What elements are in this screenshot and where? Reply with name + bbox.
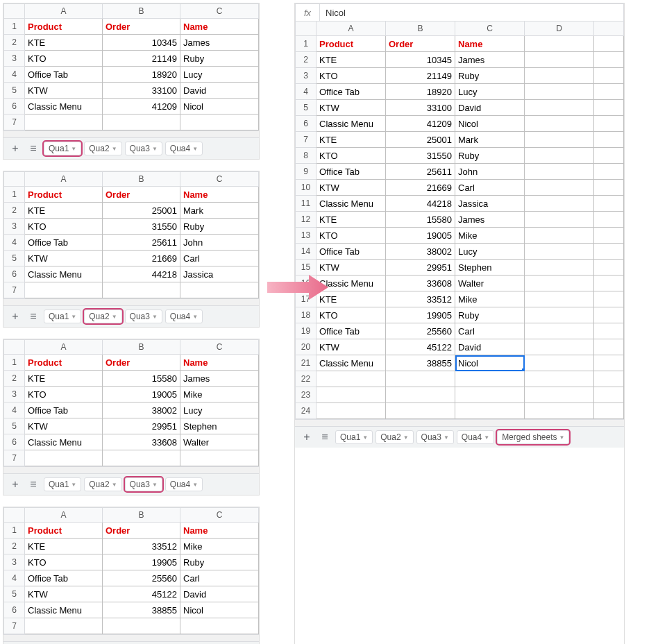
row-header[interactable]: 7 [4, 115, 25, 130]
row-header[interactable]: 6 [4, 434, 25, 450]
cell-order[interactable]: 25611 [386, 164, 455, 180]
cell-name[interactable]: Jassica [180, 266, 259, 282]
row-header[interactable]: 5 [4, 83, 25, 99]
row-header[interactable]: 5 [4, 586, 25, 602]
scroll-region[interactable] [3, 466, 259, 473]
cell-product[interactable]: KTW [317, 100, 386, 116]
row-header[interactable]: 21 [296, 355, 317, 371]
all-sheets-button[interactable]: ≡ [317, 430, 332, 445]
cell-order[interactable]: 15580 [386, 212, 455, 228]
add-sheet-button[interactable]: + [299, 430, 314, 445]
cell-name[interactable]: John [180, 235, 259, 251]
cell-product[interactable]: Office Tab [317, 244, 386, 260]
cell-order[interactable]: 38002 [386, 244, 455, 260]
cell-product[interactable]: Classic Menu [25, 434, 103, 450]
sheet-tab-Qua2[interactable]: Qua2▼ [84, 310, 121, 323]
cell-order[interactable]: 18920 [386, 84, 455, 100]
row-header[interactable]: 6 [4, 602, 25, 618]
cell-name[interactable]: James [180, 35, 259, 51]
cell-order[interactable]: 33512 [386, 291, 455, 307]
cell-name[interactable]: Mike [455, 291, 525, 307]
row-header[interactable]: 3 [296, 68, 317, 84]
cell-name[interactable]: Carl [180, 251, 259, 266]
sheet-tab-Qua3[interactable]: Qua3▼ [125, 477, 162, 491]
cell-order[interactable]: 18920 [103, 67, 180, 83]
cell-order[interactable]: 21149 [103, 51, 180, 67]
scroll-region[interactable] [3, 634, 259, 641]
col-header-A[interactable]: A [317, 22, 386, 36]
cell-name[interactable]: Nicol [455, 355, 525, 371]
header-order[interactable]: Order [103, 187, 180, 203]
col-header-A[interactable]: A [25, 340, 103, 355]
header-order[interactable]: Order [103, 523, 180, 539]
sheet-tab-Qua1[interactable]: Qua1▼ [44, 142, 81, 155]
sheet-tab-Qua4[interactable]: Qua4▼ [457, 430, 494, 444]
row-header[interactable]: 22 [296, 371, 317, 387]
row-header[interactable]: 9 [296, 164, 317, 180]
row-header[interactable]: 1 [296, 36, 317, 52]
cell-name[interactable]: Mike [180, 387, 259, 402]
all-sheets-button[interactable]: ≡ [26, 309, 41, 324]
col-header-B[interactable]: B [103, 508, 180, 523]
cell-name[interactable]: David [455, 100, 525, 116]
cell-order[interactable]: 25560 [103, 570, 180, 586]
cell-product[interactable]: KTW [25, 586, 103, 602]
add-sheet-button[interactable]: + [8, 309, 23, 324]
corner-cell[interactable] [4, 4, 25, 19]
row-header[interactable]: 13 [296, 228, 317, 244]
cell-name[interactable]: Lucy [180, 402, 259, 418]
row-header[interactable]: 6 [4, 99, 25, 115]
cell-product[interactable]: Office Tab [25, 235, 103, 251]
cell-order[interactable]: 44218 [386, 196, 455, 212]
cell-product[interactable]: KTO [25, 51, 103, 67]
row-header[interactable]: 24 [296, 403, 317, 419]
row-header[interactable]: 1 [4, 19, 25, 35]
cell-product[interactable]: Office Tab [317, 84, 386, 100]
cell-product[interactable]: Classic Menu [25, 99, 103, 115]
row-header[interactable]: 2 [4, 371, 25, 387]
header-name[interactable]: Name [180, 19, 259, 35]
cell-name[interactable]: Mark [455, 132, 525, 148]
cell-name[interactable]: Ruby [455, 68, 525, 84]
cell-product[interactable]: KTE [317, 52, 386, 68]
row-header[interactable]: 6 [296, 116, 317, 132]
cell-name[interactable]: John [455, 164, 525, 180]
cell-order[interactable]: 31550 [103, 219, 180, 235]
header-product[interactable]: Product [317, 36, 386, 52]
cell-name[interactable]: Mike [455, 228, 525, 244]
sheet-tab-Qua4[interactable]: Qua4▼ [165, 477, 203, 491]
sheet-tab-Qua2[interactable]: Qua2▼ [84, 142, 121, 155]
row-header[interactable]: 11 [296, 196, 317, 212]
row-header[interactable]: 14 [296, 244, 317, 260]
row-header[interactable]: 3 [4, 51, 25, 67]
cell-product[interactable]: KTE [25, 203, 103, 219]
col-header-A[interactable]: A [25, 508, 103, 523]
cell-name[interactable]: Walter [180, 434, 259, 450]
cell-name[interactable]: Nicol [455, 116, 525, 132]
col-header-extra[interactable] [594, 22, 624, 36]
row-header[interactable]: 16 [296, 276, 317, 291]
cell-order[interactable]: 19005 [103, 387, 180, 402]
cell-product[interactable]: KTO [317, 68, 386, 84]
row-header[interactable]: 23 [296, 387, 317, 403]
cell-product[interactable]: KTW [317, 260, 386, 276]
cell-name[interactable]: David [455, 339, 525, 355]
row-header[interactable]: 7 [4, 618, 25, 634]
row-header[interactable]: 1 [4, 523, 25, 539]
row-header[interactable]: 3 [4, 387, 25, 402]
cell-name[interactable]: Stephen [455, 260, 525, 276]
sheet-tab-Qua2[interactable]: Qua2▼ [84, 477, 121, 491]
cell-product[interactable]: Office Tab [25, 570, 103, 586]
row-header[interactable]: 7 [4, 282, 25, 298]
corner-cell[interactable] [4, 340, 25, 355]
col-header-B[interactable]: B [386, 22, 455, 36]
cell-name[interactable]: Jassica [455, 196, 525, 212]
cell-order[interactable]: 29951 [386, 260, 455, 276]
col-header-A[interactable]: A [25, 4, 103, 19]
row-header[interactable]: 1 [4, 187, 25, 203]
cell-name[interactable]: Stephen [180, 418, 259, 434]
formula-bar[interactable]: fx Nicol [295, 3, 624, 21]
cell-name[interactable]: Lucy [180, 67, 259, 83]
header-order[interactable]: Order [103, 19, 180, 35]
cell-product[interactable]: KTO [25, 219, 103, 235]
